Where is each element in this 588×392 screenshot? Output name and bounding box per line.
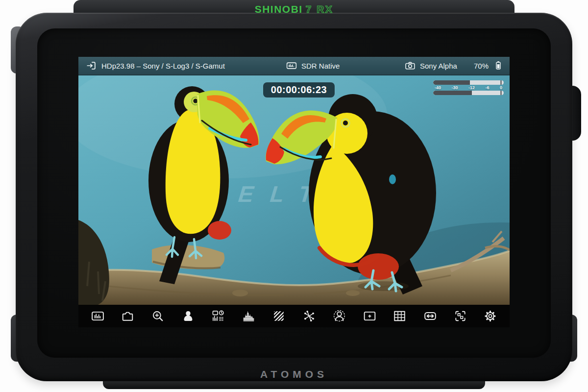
logo-7rx: 7 RX <box>306 3 334 15</box>
status-bar: HDp23.98 – Sony / S-Log3 / S-Gamut SDR N… <box>78 57 510 75</box>
focus-peaking-icon[interactable] <box>301 308 318 324</box>
meter-fill-ch2 <box>433 91 472 95</box>
camera-status[interactable]: Sony Alpha <box>405 57 457 74</box>
battery-icon <box>493 60 504 72</box>
safe-area-icon[interactable] <box>361 308 378 324</box>
meter-scale: -40 -30 -12 -6 0 <box>433 85 504 91</box>
tick-30: -30 <box>451 85 458 90</box>
face-detect-icon[interactable] <box>331 308 348 324</box>
meter-peak-ch1 <box>500 80 502 85</box>
meter-peak-ch2 <box>500 91 502 95</box>
input-status[interactable]: HDp23.98 – Sony / S-Log3 / S-Gamut <box>86 57 225 74</box>
camera-icon <box>405 60 416 71</box>
audio-meter-ch1 <box>433 80 504 85</box>
battery-status[interactable]: 70% <box>474 57 504 74</box>
multi-scope-icon[interactable] <box>210 308 227 324</box>
desqueeze-icon[interactable] <box>422 308 439 324</box>
product-shot: SHINOBI7 RX ATOMOS HDp23.98 – Sony / S-L… <box>0 0 588 392</box>
audio-meters[interactable]: -40 -30 -12 -6 0 <box>433 80 504 103</box>
waveform-icon[interactable] <box>240 308 257 324</box>
device-bottom-edge <box>103 380 485 389</box>
exposure-person-icon[interactable] <box>180 308 196 324</box>
battery-percent: 70% <box>474 62 489 70</box>
display-mode-label: SDR Native <box>301 62 340 70</box>
folder-icon[interactable] <box>120 308 136 324</box>
display-mode-status[interactable]: SDR Native <box>286 57 340 74</box>
video-image: TELTEC <box>78 75 510 305</box>
display-mode-icon <box>286 60 297 71</box>
tick-6: -6 <box>485 85 489 90</box>
settings-gear-icon[interactable] <box>482 308 499 324</box>
tick-40: -40 <box>435 85 441 90</box>
histogram-icon[interactable] <box>89 308 106 324</box>
camera-label: Sony Alpha <box>420 62 457 70</box>
device-logo: SHINOBI7 RX <box>0 3 588 15</box>
zoom-magnifier-icon[interactable] <box>149 308 166 324</box>
monitor-toolbar <box>78 305 510 327</box>
input-source-icon <box>86 60 97 71</box>
grid-icon[interactable] <box>392 308 408 324</box>
pixel-zoom-icon[interactable] <box>452 308 468 324</box>
logo-shinobi: SHINOBI <box>255 3 303 15</box>
brand-atomos: ATOMOS <box>0 368 588 380</box>
meter-fill-ch1 <box>433 80 470 85</box>
audio-meter-ch2 <box>433 91 504 95</box>
tick-12: -12 <box>468 85 475 90</box>
timecode-display[interactable]: 00:00:06:23 <box>263 82 335 98</box>
tick-0: 0 <box>500 85 502 90</box>
zebra-icon[interactable] <box>270 308 287 324</box>
input-label: HDp23.98 – Sony / S-Log3 / S-Gamut <box>101 62 225 70</box>
monitor-screen: HDp23.98 – Sony / S-Log3 / S-Gamut SDR N… <box>78 57 510 327</box>
